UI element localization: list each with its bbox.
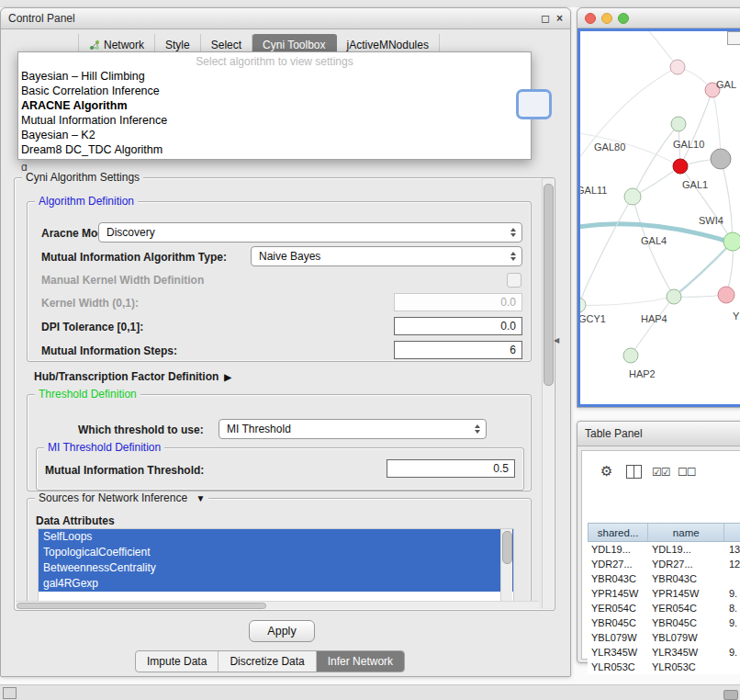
table-cell: YBR043C bbox=[588, 571, 648, 586]
settings-hscrollbar-thumb[interactable] bbox=[17, 603, 266, 609]
control-panel-title: Control Panel bbox=[8, 12, 534, 25]
table-cell: YPR145W bbox=[648, 586, 725, 601]
attribute-item-topologicalcoefficient[interactable]: TopologicalCoefficient bbox=[39, 545, 513, 560]
table-row[interactable]: YDL19...YDL19...13 bbox=[588, 542, 740, 557]
attribute-item-selfloops[interactable]: SelfLoops bbox=[39, 529, 513, 545]
network-node[interactable] bbox=[723, 232, 740, 251]
attributes-scrollbar-thumb[interactable] bbox=[502, 531, 512, 564]
which-threshold-select[interactable]: MI Threshold bbox=[219, 419, 487, 439]
table-row[interactable]: YLR345WYLR345W9. bbox=[588, 645, 740, 660]
network-edge[interactable] bbox=[633, 197, 674, 297]
mi-steps-field[interactable]: 6 bbox=[394, 341, 522, 359]
kernel-width-field[interactable]: 0.0 bbox=[394, 293, 522, 311]
algorithm-option-basic-correlation-inference[interactable]: Basic Correlation Inference bbox=[18, 84, 531, 98]
algorithm-option-dream8-dc-tdc-algorithm[interactable]: Dream8 DC_TDC Algorithm bbox=[18, 142, 531, 157]
network-node[interactable] bbox=[671, 117, 686, 131]
network-node[interactable] bbox=[718, 287, 734, 303]
table-row[interactable]: YBR043CYBR043C bbox=[588, 571, 740, 586]
algorithm-option-aracne-algorithm[interactable]: ARACNE Algorithm bbox=[18, 98, 531, 113]
network-edge[interactable] bbox=[633, 124, 678, 197]
table-cell: YLR053C bbox=[588, 660, 648, 674]
gear-icon[interactable]: ⚙ bbox=[600, 463, 612, 480]
sources-group-title[interactable]: Sources for Network Inference ▼ bbox=[35, 491, 208, 505]
dpi-tolerance-label: DPI Tolerance [0,1]: bbox=[41, 321, 143, 333]
network-edge[interactable] bbox=[721, 159, 733, 242]
minimize-traffic-icon[interactable] bbox=[601, 13, 612, 24]
network-node[interactable] bbox=[624, 188, 641, 205]
algorithm-option-bayesian-hill-climbing[interactable]: Bayesian – Hill Climbing bbox=[18, 69, 531, 84]
table-panel-titlebar[interactable]: Table Panel bbox=[577, 422, 740, 446]
node-table: shared...name YDL19...YDL19...13YDR27...… bbox=[588, 523, 740, 674]
float-window-icon[interactable]: ◻ bbox=[541, 13, 550, 24]
table-cell: YDR27... bbox=[588, 557, 648, 571]
threshold-definition-title: Threshold Definition bbox=[35, 388, 140, 401]
node-label: GCY1 bbox=[580, 313, 606, 324]
network-node[interactable] bbox=[580, 298, 586, 312]
network-node[interactable] bbox=[711, 149, 731, 169]
network-edge[interactable] bbox=[680, 90, 712, 166]
close-window-icon[interactable]: × bbox=[556, 13, 563, 24]
tab-discretize-data[interactable]: Discretize Data bbox=[218, 651, 315, 672]
table-cell: 9. bbox=[725, 645, 740, 660]
algorithm-option-bayesian-k2[interactable]: Bayesian – K2 bbox=[18, 128, 531, 142]
network-window-titlebar[interactable] bbox=[577, 8, 740, 28]
attribute-item-betweennesscentrality[interactable]: BetweennessCentrality bbox=[39, 560, 513, 576]
aracne-mode-select[interactable]: Discovery bbox=[98, 222, 522, 243]
data-attributes-list[interactable]: SelfLoopsTopologicalCoefficientBetweenne… bbox=[38, 528, 514, 604]
table-row[interactable]: YDR27...YDR27...12 bbox=[588, 557, 740, 571]
attributes-scrollbar-track[interactable] bbox=[500, 529, 512, 601]
algorithm-popup: Select algorithm to view settings Bayesi… bbox=[17, 51, 532, 160]
control-panel-titlebar[interactable]: Control Panel ◻ × bbox=[1, 8, 570, 29]
table-row[interactable]: YER054CYER054C8. bbox=[588, 601, 740, 615]
settings-scrollbar-thumb[interactable] bbox=[544, 184, 554, 386]
tab-impute-data[interactable]: Impute Data bbox=[136, 651, 218, 672]
algorithm-popup-list: Bayesian – Hill ClimbingBasic Correlatio… bbox=[18, 69, 531, 157]
left-panel-grip-icon[interactable] bbox=[3, 687, 17, 699]
network-node[interactable] bbox=[673, 159, 688, 174]
settings-hscrollbar-track[interactable] bbox=[16, 601, 539, 609]
close-traffic-icon[interactable] bbox=[585, 13, 596, 24]
network-node[interactable] bbox=[623, 348, 638, 363]
table-cell: YBR045C bbox=[588, 615, 648, 630]
attribute-item-gal4rgexp[interactable]: gal4RGexp bbox=[39, 576, 513, 592]
table-row[interactable]: YPR145WYPR145W9. bbox=[588, 586, 740, 601]
network-edge[interactable] bbox=[580, 297, 674, 305]
network-window: GALGAL80GAL10GAL11GAL1SWI4GAL4GCY1HAP4HA… bbox=[577, 7, 740, 408]
network-node[interactable] bbox=[667, 289, 681, 304]
panel-divider-arrow[interactable]: ◀ bbox=[554, 336, 559, 344]
right-panel-grip-icon[interactable] bbox=[723, 690, 738, 700]
network-canvas[interactable]: GALGAL80GAL10GAL11GAL1SWI4GAL4GCY1HAP4HA… bbox=[577, 28, 740, 407]
column-header-2[interactable] bbox=[724, 524, 740, 541]
table-cell: 12 bbox=[725, 557, 740, 571]
algorithm-definition-title: Algorithm Definition bbox=[35, 195, 138, 209]
table-cell bbox=[725, 660, 740, 674]
zoom-traffic-icon[interactable] bbox=[618, 13, 629, 24]
table-rows: YDL19...YDL19...13YDR27...YDR27...12YBR0… bbox=[588, 542, 740, 674]
mi-threshold-field[interactable]: 0.5 bbox=[387, 459, 515, 478]
hub-section-toggle[interactable]: Hub/Transcription Factor Definition▶ bbox=[34, 370, 231, 384]
dpi-tolerance-field[interactable]: 0.0 bbox=[394, 317, 522, 335]
algorithm-option-mutual-information-inference[interactable]: Mutual Information Inference bbox=[18, 113, 531, 128]
select-all-checks-icon[interactable]: ☑☑ bbox=[652, 466, 670, 479]
network-edge[interactable] bbox=[631, 297, 674, 356]
mi-type-select[interactable]: Naive Bayes bbox=[251, 246, 522, 266]
focused-button-ring[interactable] bbox=[516, 89, 552, 119]
apply-button[interactable]: Apply bbox=[249, 620, 315, 642]
tab-infer-network[interactable]: Infer Network bbox=[316, 651, 404, 672]
table-cell: YER054C bbox=[648, 601, 725, 615]
table-row[interactable]: YBR045CYBR045C9. bbox=[588, 615, 740, 630]
which-threshold-label: Which threshold to use: bbox=[78, 423, 204, 436]
manual-kernel-checkbox[interactable] bbox=[507, 273, 521, 288]
settings-scrollbar-track[interactable] bbox=[542, 178, 554, 608]
deselect-all-boxes-icon[interactable]: ☐☐ bbox=[678, 466, 696, 479]
table-cell: 13 bbox=[725, 542, 740, 557]
columns-icon[interactable] bbox=[626, 465, 642, 479]
network-edge[interactable] bbox=[580, 197, 633, 305]
table-row[interactable]: YLR053CYLR053C bbox=[588, 660, 740, 674]
column-header-name[interactable]: name bbox=[648, 524, 724, 541]
column-header-shared[interactable]: shared... bbox=[589, 524, 648, 541]
network-node[interactable] bbox=[670, 60, 685, 74]
table-row[interactable]: YBL079WYBL079W bbox=[588, 630, 740, 645]
table-cell: YER054C bbox=[588, 601, 648, 615]
birdseye-toggle[interactable] bbox=[727, 31, 740, 45]
